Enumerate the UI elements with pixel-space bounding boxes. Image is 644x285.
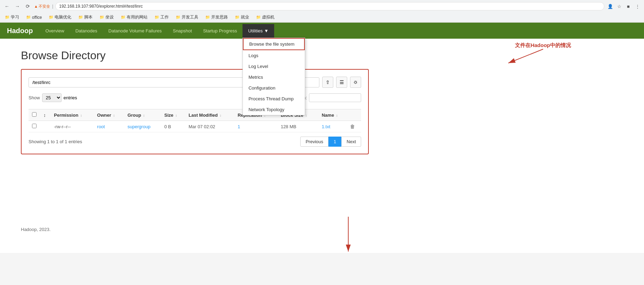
folder-icon: 📁: [121, 15, 126, 20]
row-name-cell: 1.txt: [318, 121, 347, 132]
owner-link[interactable]: root: [97, 124, 105, 129]
dropdown-browse-filesystem[interactable]: Browse the file system: [243, 38, 305, 50]
row-group-cell: supergroup: [124, 121, 161, 132]
dropdown-metrics[interactable]: Metrics: [243, 72, 305, 83]
select-all-checkbox[interactable]: [32, 112, 37, 117]
filename-link[interactable]: 1.txt: [322, 124, 331, 129]
bookmarks-bar: 📁 学习 📁 office 📁 电脑优化 📁 脚本 📁 坐设 📁 有用的网站 📁…: [0, 13, 644, 22]
replication-link[interactable]: 1: [238, 124, 240, 129]
reload-button[interactable]: ⟳: [24, 2, 32, 10]
bookmark-item-optimize[interactable]: 📁 电脑优化: [47, 14, 73, 21]
permission-sort-icon: ↕: [80, 114, 82, 117]
delete-icon[interactable]: 🗑: [350, 124, 355, 129]
settings-icon[interactable]: ⋮: [634, 2, 641, 10]
bookmark-item-jobs[interactable]: 📁 就业: [233, 14, 251, 21]
folder-icon: 📁: [49, 15, 54, 20]
row-checkbox[interactable]: [32, 124, 37, 128]
hadoop-nav: Hadoop Overview Datanodes Datanode Volum…: [0, 23, 644, 39]
size-header[interactable]: Size ↕: [161, 109, 185, 121]
dropdown-log-level[interactable]: Log Level: [243, 61, 305, 72]
forward-button[interactable]: →: [13, 2, 22, 10]
create-directory-button[interactable]: ⛭: [350, 77, 361, 88]
bookmark-item-devtools[interactable]: 📁 开发工具: [174, 14, 200, 21]
show-row: Show 10 25 50 100 entries: [29, 93, 77, 102]
footer-text: Hadoop, 2023.: [21, 227, 50, 232]
modified-sort-icon: ↕: [220, 114, 221, 117]
footer: Hadoop, 2023.: [0, 213, 644, 253]
browser-chrome: ← → ⟳ ▲ 不安全 | 👤 ☆ ■ ⋮ 📁 学习 📁 office 📁 电脑…: [0, 0, 644, 23]
address-bar-row: ← → ⟳ ▲ 不安全 | 👤 ☆ ■ ⋮: [0, 0, 644, 13]
row-checkbox-cell: [29, 121, 40, 132]
list-view-button[interactable]: ☰: [336, 77, 347, 88]
security-badge: ▲ 不安全: [34, 4, 50, 9]
entries-info: Showing 1 to 1 of 1 entries: [29, 139, 82, 144]
nav-startup-progress[interactable]: Startup Progress: [198, 24, 243, 38]
entries-label: entries: [64, 95, 77, 100]
dropdown-logs[interactable]: Logs: [243, 50, 305, 61]
file-table: ↕ Permission ↕ Owner ↕ Group ↕ Size: [29, 109, 361, 132]
table-header-row: ↕ Permission ↕ Owner ↕ Group ↕ Size: [29, 109, 361, 121]
bookmark-item-vm[interactable]: 📁 虚拟机: [254, 14, 277, 21]
group-sort-icon: ↕: [143, 114, 145, 117]
nav-overview[interactable]: Overview: [40, 24, 70, 38]
bookmark-item-learn[interactable]: 📁 学习: [3, 14, 21, 21]
utilities-dropdown-menu: Browse the file system Logs Log Level Me…: [243, 38, 305, 115]
address-input[interactable]: [55, 2, 604, 10]
bookmark-item-devthink[interactable]: 📁 开发思路: [203, 14, 230, 21]
sort-icon-header[interactable]: ↕: [40, 109, 50, 121]
dropdown-process-thread[interactable]: Process Thread Dump: [243, 93, 305, 104]
row-delete-cell: 🗑: [347, 121, 361, 132]
hadoop-logo: Hadoop: [7, 27, 33, 35]
dropdown-configuration[interactable]: Configuration: [243, 83, 305, 93]
bookmark-item-office[interactable]: 📁 office: [24, 14, 44, 21]
next-button[interactable]: Next: [341, 137, 361, 147]
folder-icon: 📁: [176, 15, 181, 20]
table-row: -rw-r--r-- root supergroup 0 B Mar 07 02…: [29, 121, 361, 132]
bookmark-item-script[interactable]: 📁 脚本: [76, 14, 95, 21]
row-size-cell: 0 B: [161, 121, 185, 132]
row-blank-cell: [40, 121, 50, 132]
dropdown-network-topology[interactable]: Network Topology: [243, 104, 305, 115]
show-label: Show: [29, 95, 40, 100]
size-sort-icon: ↕: [175, 114, 177, 117]
extensions-icon[interactable]: ■: [625, 2, 632, 10]
row-blocksize-cell: 128 MB: [277, 121, 318, 132]
profile-icon[interactable]: 👤: [606, 2, 614, 10]
pagination-buttons: Previous 1 Next: [300, 137, 361, 147]
page-1-button[interactable]: 1: [328, 137, 341, 147]
nav-utilities-button[interactable]: Utilities ▼: [243, 24, 274, 38]
row-permission-cell: -rw-r--r--: [50, 121, 94, 132]
row-modified-cell: Mar 07 02:02: [185, 121, 234, 132]
search-input[interactable]: [309, 93, 361, 102]
nav-datanode-volume[interactable]: Datanode Volume Failures: [103, 24, 167, 38]
actions-header: [347, 109, 361, 121]
back-button[interactable]: ←: [3, 2, 11, 10]
blocksize-sort-icon: ↕: [305, 114, 307, 117]
bookmark-item-design[interactable]: 📁 坐设: [97, 14, 116, 21]
previous-button[interactable]: Previous: [300, 137, 328, 147]
nav-utilities-dropdown[interactable]: Utilities ▼ Browse the file system Logs …: [243, 24, 274, 38]
path-row: ⇧ ☰ ⛭: [29, 77, 361, 88]
name-header[interactable]: Name ↕: [318, 109, 347, 121]
nav-datanodes[interactable]: Datanodes: [70, 24, 103, 38]
nav-snapshot[interactable]: Snapshot: [167, 24, 198, 38]
entries-per-page-select[interactable]: 10 25 50 100: [42, 93, 62, 102]
owner-header[interactable]: Owner ↕: [94, 109, 124, 121]
select-all-header: [29, 109, 40, 121]
folder-icon: 📁: [5, 15, 10, 20]
star-icon[interactable]: ☆: [615, 2, 623, 10]
pagination-row: Showing 1 to 1 of 1 entries Previous 1 N…: [29, 137, 361, 147]
nav-links: Overview Datanodes Datanode Volume Failu…: [40, 24, 274, 38]
permission-header[interactable]: Permission ↕: [50, 109, 94, 121]
bookmark-item-work[interactable]: 📁 工作: [152, 14, 171, 21]
group-header[interactable]: Group ↕: [124, 109, 161, 121]
group-link[interactable]: supergroup: [128, 124, 151, 129]
go-up-button[interactable]: ⇧: [322, 77, 333, 88]
folder-icon: 📁: [78, 15, 83, 20]
row-replication-cell: 1: [234, 121, 277, 132]
controls-row: Show 10 25 50 100 entries Search:: [29, 93, 361, 106]
page-title: Browse Directory: [21, 49, 623, 62]
owner-sort-icon: ↕: [113, 114, 115, 117]
modified-header[interactable]: Last Modified ↕: [185, 109, 234, 121]
bookmark-item-useful[interactable]: 📁 有用的网站: [119, 14, 150, 21]
